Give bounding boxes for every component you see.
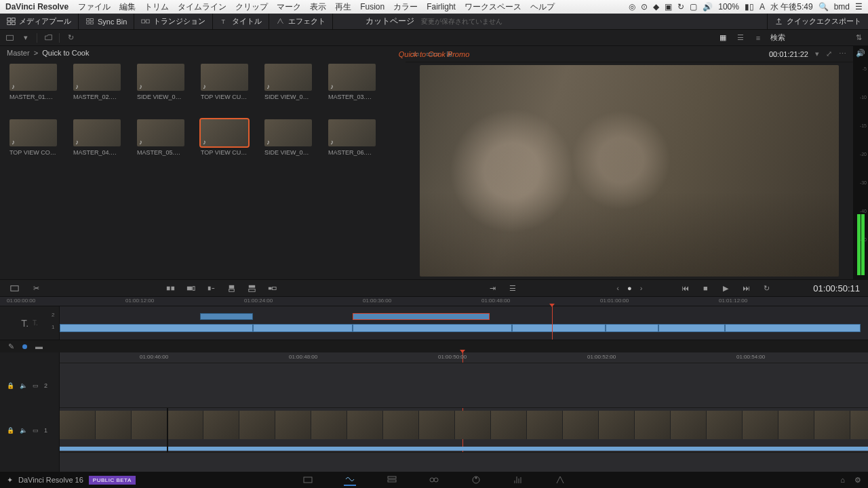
filmstrip-frame[interactable] [527, 411, 563, 439]
language-icon[interactable]: A [760, 2, 765, 12]
chevron-down-icon[interactable]: ▾ [20, 33, 31, 43]
menu-file[interactable]: ファイル [78, 1, 111, 13]
clip-v1-6[interactable] [658, 324, 725, 332]
fusion-page-icon[interactable] [428, 474, 440, 486]
play-icon[interactable]: ▶ [719, 283, 732, 293]
mute-icon[interactable]: 🔈 [20, 382, 27, 389]
clip-thumbnail[interactable]: MASTER_06.mov [328, 119, 376, 156]
blade-icon[interactable]: ✎ [8, 342, 14, 351]
upper-timeline-head[interactable]: T. T. [0, 306, 60, 340]
quickexport-button[interactable]: クイックエクスポート [767, 14, 868, 29]
clip-v2-1[interactable] [200, 313, 253, 320]
zoom-icon[interactable]: ⤢ [826, 49, 832, 58]
upper-timeline-ruler[interactable]: 01:00:00:0001:00:12:0001:00:24:0001:00:3… [0, 297, 868, 306]
closeup-icon[interactable] [225, 283, 237, 293]
audio-waveform[interactable] [60, 447, 868, 451]
video-icon[interactable]: ▭ [33, 382, 39, 389]
menu-fusion[interactable]: Fusion [360, 2, 384, 12]
menu-workspace[interactable]: ワークスペース [465, 1, 521, 13]
text-tool-alt-icon[interactable]: T. [33, 319, 38, 327]
filmstrip-frame[interactable] [132, 411, 167, 439]
place-on-top-icon[interactable] [245, 283, 258, 293]
filmstrip-frame[interactable] [707, 411, 743, 439]
loop-icon[interactable]: ↻ [760, 283, 772, 293]
filmstrip-frame[interactable] [419, 411, 455, 439]
marker-dot-icon[interactable]: ● [627, 284, 632, 292]
breadcrumb-current[interactable]: Quick to Cook [42, 49, 89, 57]
menu-color[interactable]: カラー [393, 1, 418, 13]
filmstrip-frame[interactable] [814, 411, 850, 439]
prev-marker-icon[interactable]: ‹ [616, 284, 619, 292]
filmstrip-frame[interactable] [455, 411, 491, 439]
cut-icon[interactable]: ✂ [30, 283, 42, 293]
clip-thumbnail[interactable]: SIDE VIEW_02.mov [264, 64, 312, 100]
spotlight-icon[interactable]: 🔍 [818, 2, 829, 12]
upper-playhead[interactable] [552, 306, 553, 340]
ripple-icon[interactable] [205, 283, 217, 293]
timeline-options-icon[interactable]: ⇥ [486, 283, 498, 293]
smart-insert-icon[interactable] [164, 283, 176, 293]
folder-icon[interactable] [43, 33, 54, 43]
syncbin-button[interactable]: Sync Bin [79, 14, 134, 29]
filmstrip-frame[interactable] [671, 411, 707, 439]
marker-icon[interactable]: ▬ [35, 342, 43, 350]
clip-v1-5[interactable] [606, 324, 658, 332]
filmstrip-frame[interactable] [563, 411, 599, 439]
mute-icon[interactable]: 🔈 [20, 427, 27, 434]
filmstrip-frame[interactable] [778, 411, 814, 439]
search-input[interactable]: 検索 [770, 33, 785, 43]
clip-thumbnail[interactable]: MASTER_05.mov [137, 119, 184, 156]
notifications-icon[interactable]: ☰ [855, 2, 863, 12]
filmstrip-frame[interactable] [96, 411, 132, 439]
filmstrip-frame[interactable] [60, 411, 96, 439]
home-icon[interactable]: ⌂ [840, 476, 845, 485]
boring-detector-icon[interactable] [8, 283, 20, 293]
clip-thumbnail[interactable]: MASTER_01.mov [9, 64, 57, 100]
filmstrip-frame[interactable] [275, 411, 311, 439]
effect-button[interactable]: エフェクト [269, 14, 333, 29]
safe-area-icon[interactable]: ▾ [815, 49, 819, 58]
menu-edit[interactable]: 編集 [119, 1, 136, 13]
clip-thumbnail[interactable]: SIDE VIEW_03.mov [264, 119, 312, 156]
sort-icon[interactable]: ⇅ [853, 33, 864, 43]
source-overwrite-icon[interactable] [266, 283, 278, 293]
fairlight-page-icon[interactable] [512, 474, 524, 486]
user-label[interactable]: bmd [834, 2, 850, 12]
cut-page-icon[interactable] [344, 474, 356, 486]
next-marker-icon[interactable]: › [640, 284, 643, 292]
stop-icon[interactable]: ■ [699, 283, 711, 293]
clip-thumbnail[interactable]: TOP VIEW CUTTIN... [201, 119, 248, 156]
menu-playback[interactable]: 再生 [335, 1, 351, 13]
deliver-page-icon[interactable] [554, 474, 566, 486]
sync-icon[interactable]: ↻ [677, 2, 684, 12]
clip-v2-2[interactable] [353, 313, 490, 320]
filmstrip-frame[interactable] [383, 411, 419, 439]
filmstrip-frame[interactable] [311, 411, 347, 439]
breadcrumb[interactable]: Master > Quick to Cook [0, 46, 406, 60]
refresh-icon[interactable]: ↻ [65, 33, 76, 43]
gear-icon[interactable]: ⚙ [854, 476, 861, 485]
clip-thumbnail[interactable]: SIDE VIEW_01.mov [137, 64, 184, 100]
display-icon[interactable]: ▢ [690, 2, 697, 12]
clip-thumbnail[interactable]: MASTER_02.mov [73, 64, 121, 100]
list-view-icon[interactable]: ≡ [753, 33, 764, 43]
append-icon[interactable] [184, 283, 197, 293]
options-icon[interactable]: ⋯ [839, 49, 846, 58]
wifi-icon[interactable]: ◆ [653, 2, 659, 12]
skip-back-icon[interactable]: ⏮ [679, 283, 691, 293]
clip-v1-1[interactable] [60, 324, 253, 332]
transition-button[interactable]: トランジション [134, 14, 213, 29]
clip-thumbnail[interactable]: MASTER_04.mov [73, 119, 121, 156]
media-page-icon[interactable] [302, 474, 314, 486]
volume-icon[interactable]: 🔊 [703, 2, 713, 12]
filmstrip-frame[interactable] [743, 411, 778, 439]
timeline-list-icon[interactable]: ☰ [507, 283, 519, 293]
filmstrip-frame[interactable] [635, 411, 671, 439]
menu-view[interactable]: 表示 [310, 1, 326, 13]
filmstrip-frame[interactable] [850, 411, 868, 439]
menu-mark[interactable]: マーク [277, 1, 301, 13]
speaker-icon[interactable]: 🔊 [856, 49, 865, 58]
menu-fairlight[interactable]: Fairlight [427, 2, 456, 12]
menu-help[interactable]: ヘルプ [530, 1, 555, 13]
thumbnail-view-icon[interactable]: ▦ [717, 33, 728, 43]
